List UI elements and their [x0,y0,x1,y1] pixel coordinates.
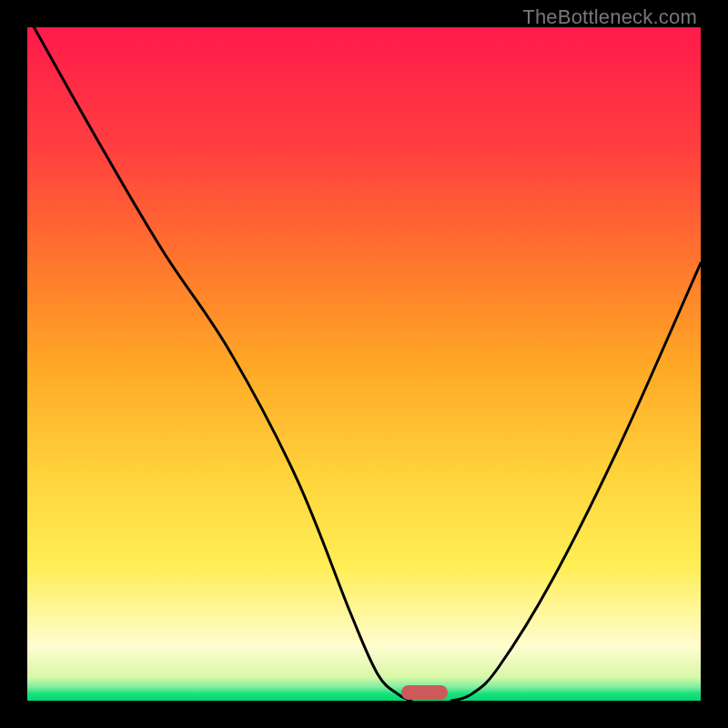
plot-area [27,27,701,701]
chart-frame: TheBottleneck.com [0,0,728,728]
curve-left-branch [34,27,410,701]
valley-marker [401,685,449,700]
curve-right-branch [451,263,701,701]
watermark-text: TheBottleneck.com [522,5,697,29]
bottleneck-curve [27,27,701,701]
